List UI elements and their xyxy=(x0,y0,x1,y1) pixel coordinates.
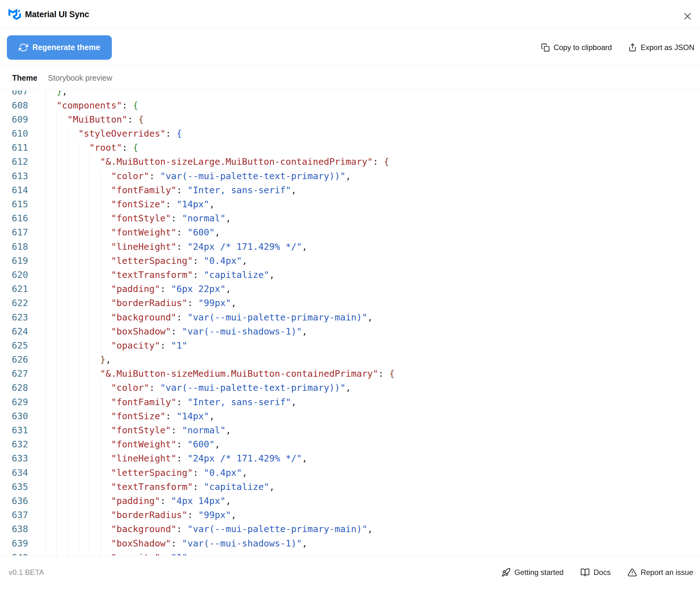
code-line: 616"fontStyle": "normal", xyxy=(0,211,700,225)
line-number: 624 xyxy=(0,325,28,339)
line-number: 615 xyxy=(0,197,28,211)
code-line: 634"letterSpacing": "0.4px", xyxy=(0,466,700,480)
code-text: "color": "var(--mui-palette-text-primary… xyxy=(46,381,351,395)
line-number: 632 xyxy=(0,437,28,451)
code-text: "color": "var(--mui-palette-text-primary… xyxy=(46,169,351,183)
export-icon xyxy=(628,43,637,52)
getting-started-link[interactable]: Getting started xyxy=(501,568,564,577)
code-text: "padding": "6px 22px", xyxy=(46,282,231,296)
report-an-issue-label: Report an issue xyxy=(641,568,693,577)
export-as-json-label: Export as JSON xyxy=(641,43,694,52)
line-number: 633 xyxy=(0,451,28,465)
code-text: "fontWeight": "600", xyxy=(46,225,220,239)
line-number: 612 xyxy=(0,155,28,169)
tab-storybook-preview[interactable]: Storybook preview xyxy=(48,73,112,82)
line-number: 623 xyxy=(0,311,28,325)
regenerate-theme-button[interactable]: Regenerate theme xyxy=(7,35,112,60)
code-line: 640"opacity": "1" xyxy=(0,551,700,556)
code-line: 630"fontSize": "14px", xyxy=(0,409,700,423)
footer: v0.1 BETA Getting started Docs xyxy=(0,556,700,589)
copy-to-clipboard-button[interactable]: Copy to clipboard xyxy=(541,43,612,52)
code-line: 607}, xyxy=(0,91,700,99)
code-text: "fontStyle": "normal", xyxy=(46,211,231,225)
code-line: 615"fontSize": "14px", xyxy=(0,197,700,211)
line-number: 618 xyxy=(0,240,28,254)
code-text: "background": "var(--mui-palette-primary… xyxy=(46,311,373,325)
code-line: 618"lineHeight": "24px /* 171.429% */", xyxy=(0,240,700,254)
code-line: 639"boxShadow": "var(--mui-shadows-1)", xyxy=(0,537,700,551)
close-icon[interactable] xyxy=(682,11,693,22)
line-number: 617 xyxy=(0,225,28,239)
code-line: 613"color": "var(--mui-palette-text-prim… xyxy=(0,169,700,183)
code-line: 626}, xyxy=(0,353,700,367)
export-as-json-button[interactable]: Export as JSON xyxy=(628,43,694,52)
code-line: 625"opacity": "1" xyxy=(0,339,700,353)
rocket-icon xyxy=(501,568,511,577)
line-number: 635 xyxy=(0,480,28,494)
code-text: "opacity": "1" xyxy=(46,339,188,353)
docs-link[interactable]: Docs xyxy=(580,568,611,577)
code-text: "styleOverrides": { xyxy=(46,127,182,141)
getting-started-label: Getting started xyxy=(514,568,564,577)
line-number: 610 xyxy=(0,127,28,141)
code-line: 631"fontStyle": "normal", xyxy=(0,423,700,437)
code-text: "opacity": "1" xyxy=(46,551,188,556)
code-line: 612"&.MuiButton-sizeLarge.MuiButton-cont… xyxy=(0,155,700,169)
code-line: 619"letterSpacing": "0.4px", xyxy=(0,254,700,268)
code-line: 627"&.MuiButton-sizeMedium.MuiButton-con… xyxy=(0,367,700,381)
line-number: 608 xyxy=(0,99,28,113)
copy-icon xyxy=(541,43,550,52)
code-text: "background": "var(--mui-palette-primary… xyxy=(46,522,373,536)
report-an-issue-link[interactable]: Report an issue xyxy=(628,568,693,577)
code-text: "letterSpacing": "0.4px", xyxy=(46,254,247,268)
code-text: "components": { xyxy=(46,99,138,113)
theme-json-editor[interactable]: 607},608"components": {609"MuiButton": {… xyxy=(0,91,700,556)
code-text: "textTransform": "capitalize", xyxy=(46,480,275,494)
tab-bar: Theme Storybook preview xyxy=(0,66,700,90)
line-number: 607 xyxy=(0,91,28,99)
code-line: 633"lineHeight": "24px /* 171.429% */", xyxy=(0,451,700,465)
code-text: "lineHeight": "24px /* 171.429% */", xyxy=(46,240,307,254)
code-line: 628"color": "var(--mui-palette-text-prim… xyxy=(0,381,700,395)
book-icon xyxy=(580,568,590,577)
code-text: "borderRadius": "99px", xyxy=(46,296,237,310)
code-text: "textTransform": "capitalize", xyxy=(46,268,275,282)
line-number: 638 xyxy=(0,522,28,536)
code-line: 614"fontFamily": "Inter, sans-serif", xyxy=(0,183,700,197)
code-line: 637"borderRadius": "99px", xyxy=(0,508,700,522)
line-number: 628 xyxy=(0,381,28,395)
code-line: 636"padding": "4px 14px", xyxy=(0,494,700,508)
line-number: 630 xyxy=(0,409,28,423)
line-number: 631 xyxy=(0,423,28,437)
code-text: "padding": "4px 14px", xyxy=(46,494,231,508)
code-line: 632"fontWeight": "600", xyxy=(0,437,700,451)
code-text: "letterSpacing": "0.4px", xyxy=(46,466,247,480)
code-text: "fontSize": "14px", xyxy=(46,197,215,211)
regenerate-theme-label: Regenerate theme xyxy=(32,43,100,52)
copy-to-clipboard-label: Copy to clipboard xyxy=(554,43,612,52)
code-text: "fontWeight": "600", xyxy=(46,437,220,451)
warning-icon xyxy=(628,568,637,577)
code-line: 609"MuiButton": { xyxy=(0,113,700,127)
tab-theme[interactable]: Theme xyxy=(12,73,37,82)
line-number: 622 xyxy=(0,296,28,310)
line-number: 616 xyxy=(0,211,28,225)
code-lines: 607},608"components": {609"MuiButton": {… xyxy=(0,91,700,556)
code-text: "boxShadow": "var(--mui-shadows-1)", xyxy=(46,537,307,551)
code-text: "fontSize": "14px", xyxy=(46,409,215,423)
code-line: 623"background": "var(--mui-palette-prim… xyxy=(0,311,700,325)
code-text: "&.MuiButton-sizeMedium.MuiButton-contai… xyxy=(46,367,394,381)
line-number: 614 xyxy=(0,183,28,197)
code-text: "fontStyle": "normal", xyxy=(46,423,231,437)
line-number: 637 xyxy=(0,508,28,522)
code-line: 638"background": "var(--mui-palette-prim… xyxy=(0,522,700,536)
code-text: "MuiButton": { xyxy=(46,113,144,127)
line-number: 625 xyxy=(0,339,28,353)
code-line: 620"textTransform": "capitalize", xyxy=(0,268,700,282)
docs-label: Docs xyxy=(594,568,611,577)
line-number: 629 xyxy=(0,395,28,409)
code-line: 629"fontFamily": "Inter, sans-serif", xyxy=(0,395,700,409)
line-number: 636 xyxy=(0,494,28,508)
line-number: 613 xyxy=(0,169,28,183)
code-text: "&.MuiButton-sizeLarge.MuiButton-contain… xyxy=(46,155,389,169)
